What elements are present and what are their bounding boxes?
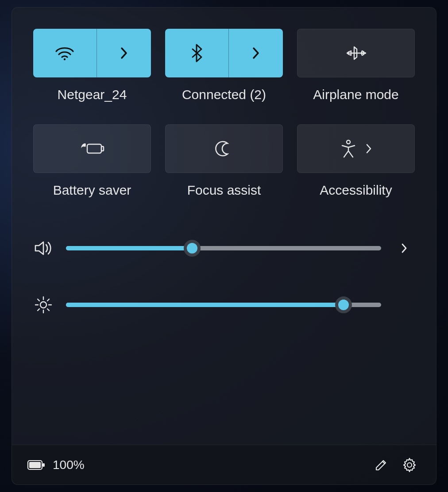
svg-line-11 [38,309,39,311]
tile-wrap-focus-assist: Focus assist [165,124,283,198]
focus-assist-toggle-button[interactable] [165,124,283,173]
svg-rect-2 [101,146,104,151]
bluetooth-icon [190,43,203,63]
svg-point-0 [64,58,66,60]
svg-rect-1 [87,144,101,153]
brightness-fill [66,303,344,307]
volume-slider-row [33,238,415,259]
volume-flyout-button[interactable] [394,238,415,259]
battery-icon [27,459,46,471]
accessibility-icon [340,139,357,158]
svg-rect-15 [42,463,45,467]
edit-quick-settings-button[interactable] [370,454,393,477]
settings-button[interactable] [398,454,421,477]
battery-percent-text: 100% [53,458,85,472]
svg-line-10 [47,309,49,311]
airplane-icon [344,44,367,62]
chevron-right-icon [251,46,260,60]
volume-thumb[interactable] [184,240,201,257]
bluetooth-expand-button[interactable] [229,29,283,77]
svg-line-9 [38,299,39,301]
svg-line-12 [47,299,49,301]
pencil-icon [374,457,389,473]
airplane-toggle-button[interactable] [297,29,415,77]
brightness-flyout-placeholder [394,294,415,315]
wifi-icon [54,45,75,61]
battery-saver-toggle-button[interactable] [33,124,151,173]
tile-wrap-bluetooth: Connected (2) [165,29,283,102]
tile-wrap-battery-saver: Battery saver [33,124,151,198]
panel-content: Netgear_24 [12,8,436,445]
wifi-expand-button[interactable] [97,29,151,77]
brightness-thumb[interactable] [335,296,352,313]
brightness-icon[interactable] [33,295,54,315]
svg-point-16 [407,463,412,467]
quick-settings-panel: Netgear_24 [12,7,436,485]
bluetooth-label: Connected (2) [182,87,266,102]
focus-assist-label: Focus assist [187,183,261,198]
bluetooth-toggle-button[interactable] [165,29,229,77]
gear-icon [402,457,417,473]
svg-rect-14 [29,462,41,468]
accessibility-tile [297,124,415,173]
wifi-toggle-button[interactable] [33,29,97,77]
wifi-label: Netgear_24 [58,87,127,102]
tile-wrap-accessibility: Accessibility [297,124,415,198]
svg-point-4 [40,302,46,308]
volume-slider[interactable] [66,239,381,257]
chevron-right-icon [120,46,128,60]
accessibility-label: Accessibility [320,183,392,198]
tile-grid: Netgear_24 [33,29,415,198]
airplane-label: Airplane mode [313,87,398,102]
tile-wrap-airplane: Airplane mode [297,29,415,102]
panel-footer: 100% [12,445,436,484]
battery-saver-icon [79,141,105,157]
battery-saver-label: Battery saver [53,183,131,198]
focus-assist-icon [215,140,233,158]
battery-status[interactable]: 100% [27,458,85,472]
bluetooth-tile [165,29,283,77]
volume-fill [66,246,192,250]
speaker-icon[interactable] [33,238,54,258]
brightness-slider[interactable] [66,296,381,314]
tile-wrap-wifi: Netgear_24 [33,29,151,102]
brightness-slider-row [33,294,415,315]
chevron-right-icon[interactable] [365,143,372,154]
wifi-tile [33,29,151,77]
svg-point-3 [347,140,350,144]
